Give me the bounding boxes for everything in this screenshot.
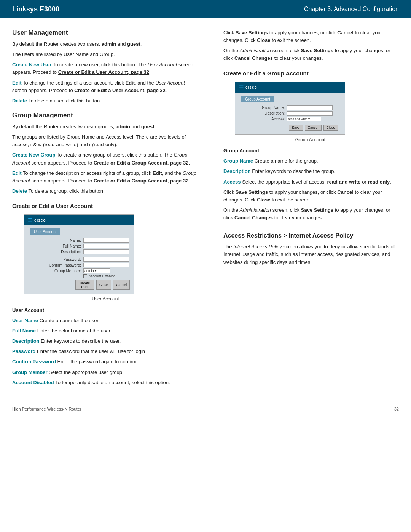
group-account-screenshot: ☰ cisco Group Account Group Name: Descri… [235, 82, 345, 135]
um-paragraph-2: The users are listed by User Name and Gr… [12, 51, 199, 58]
screenshot-group-tab: Group Account [241, 96, 274, 102]
screenshot-group-header: ☰ cisco [235, 82, 345, 93]
screenshot-header: ☰ cisco [24, 215, 134, 225]
screenshot-body: Name: Full Name: Description: Password: [24, 235, 134, 294]
screenshot-save-button[interactable]: Save [289, 125, 303, 131]
delete-group-para: Delete To delete a group, click this but… [12, 187, 199, 195]
group-account-caption: Group Account [223, 136, 397, 144]
delete-user-para: Delete To delete a user, click this butt… [12, 97, 199, 105]
chapter-title: Chapter 3: Advanced Configuration [304, 6, 399, 13]
screenshot-group-row: Group Member: admin ▾ [47, 268, 130, 273]
page-header: Linksys E3000 Chapter 3: Advanced Config… [0, 0, 411, 18]
section-divider [223, 228, 397, 228]
screenshot-access-row: Access: read and write ▾ [250, 117, 341, 121]
ua-description-para: Description Enter keywords to describe t… [12, 337, 199, 345]
cisco-logo: cisco [34, 218, 46, 222]
create-new-user-para: Create New User To create a new user, cl… [12, 61, 199, 76]
screenshot-group-cancel-button[interactable]: Cancel [305, 125, 322, 131]
screenshot-groupdesc-row: Description: [250, 111, 341, 116]
screenshot-name-row: Name: [47, 238, 130, 243]
user-account-caption: User Account [12, 296, 199, 303]
admin-save-para: On the Administration screen, click Save… [223, 47, 397, 62]
left-column: User Management By default the Router cr… [12, 29, 199, 389]
admin2-save-para: On the Administration screen, click Save… [223, 206, 397, 222]
ua-subtitle: User Account [12, 307, 199, 314]
right-column: Click Save Settings to apply your change… [211, 29, 397, 389]
screenshot-group-body: Group Name: Description: Access: read an… [235, 102, 345, 134]
ua-account-disabled-para: Account Disabled To temporarily disable … [12, 379, 199, 387]
screenshot-group-btn-row: Save Cancel Close [250, 125, 341, 131]
cisco-bars-icon-2: ☰ [239, 85, 244, 91]
page-footer: High Performance Wireless-N Router 32 [0, 404, 411, 414]
gm-paragraph-2: The groups are listed by Group Name and … [12, 133, 199, 149]
group-account-section-title: Create or Edit a Group Account [223, 70, 397, 77]
screenshot-password-row: Password: [47, 257, 130, 262]
access-restrictions-title: Access Restrictions > Internet Access Po… [223, 232, 397, 239]
group-management-title: Group Management [12, 112, 199, 119]
ua-username-para: User Name Create a name for the user. [12, 317, 199, 324]
product-name: Linksys E3000 [12, 5, 59, 13]
ua-fullname-para: Full Name Enter the actual name of the u… [12, 327, 199, 335]
account-disabled-checkbox [83, 274, 87, 278]
save-settings-para: Click Save Settings to apply your change… [223, 29, 397, 44]
gm-paragraph-1: By default the Router creates two user g… [12, 123, 199, 131]
user-account-screenshot: ☰ cisco User Account Name: Full Name: De… [24, 214, 134, 294]
screenshot-description-row: Description: [47, 249, 130, 254]
screenshot-close-button[interactable]: Close [96, 280, 111, 290]
screenshot-group-close-button[interactable]: Close [323, 125, 338, 131]
footer-right: 32 [394, 407, 399, 411]
ua-group-para: Group Member Select the appropriate user… [12, 369, 199, 376]
create-new-group-para: Create New Group To create a new group o… [12, 151, 199, 166]
screenshot-account-disabled-row: Account Disabled [47, 274, 130, 278]
screenshot-fullname-row: Full Name: [47, 244, 130, 248]
edit-group-para: Edit To change the description or access… [12, 169, 199, 185]
cisco-bars-icon: ☰ [28, 217, 33, 223]
ua-password-para: Password Enter the password that the use… [12, 348, 199, 355]
screenshot-cancel-button[interactable]: Cancel [113, 280, 130, 290]
ga-groupname-para: Group Name Create a name for the group. [223, 157, 397, 165]
ga-access-para: Access Select the appropriate level of a… [223, 178, 397, 186]
create-user-button[interactable]: Create User [75, 280, 94, 290]
ua-confirm-para: Confirm Password Enter the password agai… [12, 358, 199, 366]
save2-settings-para: Click Save Settings to apply your change… [223, 189, 397, 204]
um-paragraph-1: By default the Router creates two users,… [12, 40, 199, 48]
ar-paragraph: The Internet Access Policy screen allows… [223, 243, 397, 266]
screenshot-button-row: Create User Close Cancel [47, 280, 130, 290]
user-management-title: User Management [12, 29, 199, 37]
ga-description-para: Description Enter keywords to describe t… [223, 168, 397, 175]
screenshot-groupname-row: Group Name: [250, 105, 341, 110]
screenshot-tab: User Account [30, 228, 60, 235]
cisco-logo-2: cisco [245, 85, 257, 89]
screenshot-confirm-row: Confirm Password: [47, 263, 130, 267]
ga-subtitle: Group Account [223, 147, 397, 155]
footer-left: High Performance Wireless-N Router [12, 407, 81, 411]
user-account-section-title: Create or Edit a User Account [12, 203, 199, 209]
edit-user-para: Edit To change the settings of a user ac… [12, 79, 199, 94]
main-content: User Management By default the Router cr… [0, 18, 411, 400]
